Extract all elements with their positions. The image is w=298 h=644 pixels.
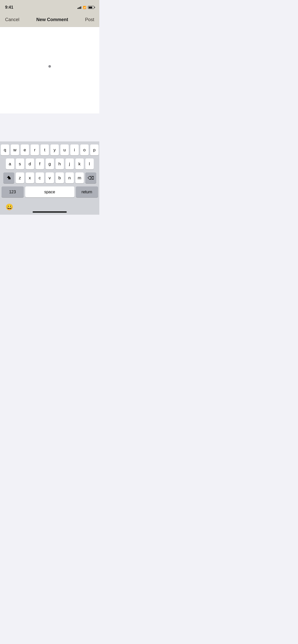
key-n[interactable]: n [65,172,74,183]
keyboard-row-4: 123 space return [1,186,99,197]
key-b[interactable]: b [56,172,64,183]
delete-key[interactable]: ⌫ [85,172,96,183]
delete-icon: ⌫ [88,175,94,181]
key-v[interactable]: v [46,172,54,183]
key-d[interactable]: d [26,158,34,169]
shift-icon [7,176,10,180]
key-x[interactable]: x [26,172,34,183]
key-k[interactable]: k [75,158,84,169]
status-icons: 📶 [77,6,94,9]
text-cursor [48,65,51,68]
key-j[interactable]: j [65,158,74,169]
signal-icon [77,6,81,9]
key-u[interactable]: u [60,144,69,155]
key-l[interactable]: l [85,158,94,169]
keyboard-row-3: z x c v b n m ⌫ [1,172,99,183]
numbers-key[interactable]: 123 [2,186,24,197]
status-bar: 9:41 📶 [0,0,99,13]
nav-bar: Cancel New Comment Post [0,13,99,27]
shift-key[interactable] [3,172,14,183]
key-w[interactable]: w [11,144,19,155]
key-y[interactable]: y [50,144,59,155]
key-a[interactable]: a [6,158,14,169]
keyboard: q w e r t y u i o p a s d f g h j k l z … [0,141,99,215]
keyboard-row-2: a s d f g h j k l [1,158,99,169]
key-e[interactable]: e [21,144,29,155]
key-z[interactable]: z [16,172,24,183]
status-time: 9:41 [5,5,13,10]
key-r[interactable]: r [31,144,39,155]
key-p[interactable]: p [90,144,99,155]
emoji-button[interactable]: 😀 [4,202,15,212]
battery-fill [89,7,92,8]
key-c[interactable]: c [36,172,44,183]
page-title: New Comment [36,17,68,22]
key-i[interactable]: i [70,144,79,155]
space-key[interactable]: space [25,186,74,197]
battery-icon [88,6,94,9]
home-indicator [33,211,67,213]
key-q[interactable]: q [1,144,9,155]
return-key[interactable]: return [76,186,98,197]
cancel-button[interactable]: Cancel [5,17,19,22]
comment-input-area[interactable] [0,27,99,113]
key-h[interactable]: h [56,158,64,169]
post-button[interactable]: Post [85,17,94,22]
key-s[interactable]: s [16,158,24,169]
key-t[interactable]: t [40,144,49,155]
keyboard-row-1: q w e r t y u i o p [1,144,99,155]
key-g[interactable]: g [46,158,54,169]
key-m[interactable]: m [75,172,84,183]
key-o[interactable]: o [80,144,89,155]
key-f[interactable]: f [36,158,44,169]
wifi-icon: 📶 [83,6,86,9]
